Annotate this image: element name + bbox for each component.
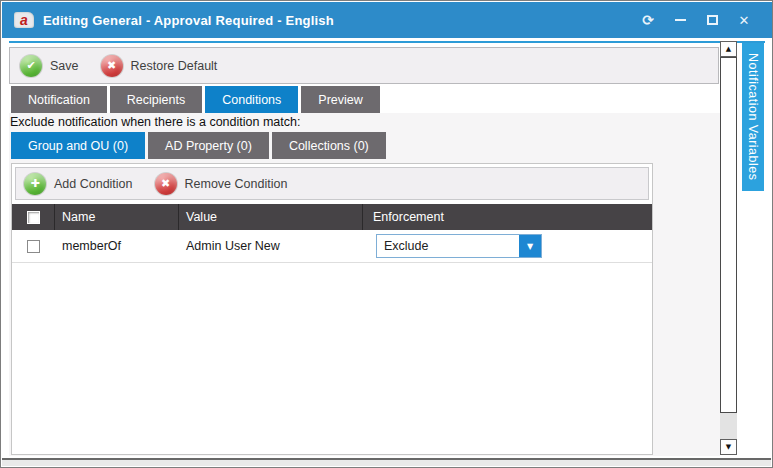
subtab-ad-property[interactable]: AD Property (0) — [148, 132, 269, 159]
exclusion-note: Exclude notification when there is a con… — [10, 115, 300, 129]
window-title: Editing General - Approval Required - En… — [43, 13, 334, 28]
chevron-down-icon[interactable]: ▼ — [519, 235, 541, 257]
remove-condition-button[interactable]: ✖ Remove Condition — [155, 173, 302, 195]
cross-icon: ✖ — [101, 55, 123, 77]
save-label: Save — [50, 59, 79, 73]
column-header-name[interactable]: Name — [55, 204, 179, 230]
close-button[interactable]: ✕ — [732, 8, 756, 32]
condition-subtabs: Group and OU (0) AD Property (0) Collect… — [11, 132, 389, 159]
scroll-up-button[interactable]: ▲ — [720, 41, 737, 57]
notification-variables-label: Notification Variables — [746, 53, 760, 181]
remove-condition-label: Remove Condition — [185, 177, 288, 191]
check-icon: ✔ — [20, 55, 42, 77]
tab-preview[interactable]: Preview — [301, 86, 379, 113]
maximize-button[interactable] — [700, 8, 724, 32]
enforcement-dropdown[interactable]: Exclude ▼ — [376, 234, 542, 258]
row-checkbox-cell — [12, 240, 55, 253]
minimize-button[interactable] — [668, 8, 692, 32]
tab-conditions[interactable]: Conditions — [205, 86, 298, 113]
enforcement-value: Exclude — [377, 239, 519, 253]
tab-notification[interactable]: Notification — [11, 86, 107, 113]
refresh-icon: ⟳ — [642, 12, 654, 28]
subtab-group-and-ou[interactable]: Group and OU (0) — [11, 132, 145, 159]
minimize-icon — [675, 19, 686, 21]
app-letter: a — [20, 13, 28, 27]
titlebar[interactable]: a Editing General - Approval Required - … — [2, 2, 772, 38]
add-condition-label: Add Condition — [54, 177, 133, 191]
subtab-collections[interactable]: Collections (0) — [272, 132, 386, 159]
column-header-enforcement[interactable]: Enforcement — [363, 204, 652, 230]
conditions-panel: ✚ Add Condition ✖ Remove Condition Name … — [11, 163, 653, 455]
condition-toolbar: ✚ Add Condition ✖ Remove Condition — [15, 167, 649, 200]
table-row[interactable]: memberOf Admin User New Exclude ▼ — [12, 230, 652, 263]
refresh-button[interactable]: ⟳ — [636, 8, 660, 32]
main-toolbar: ✔ Save ✖ Restore Default — [9, 47, 719, 84]
scroll-up-icon: ▲ — [726, 45, 731, 53]
maximize-icon — [707, 15, 718, 25]
scroll-down-button[interactable]: ▼ — [720, 439, 737, 455]
window-controls: ⟳ ✕ — [636, 2, 756, 38]
scroll-down-icon: ▼ — [726, 443, 731, 451]
cell-name: memberOf — [55, 239, 179, 253]
main-tabs: Notification Recipients Conditions Previ… — [11, 86, 383, 113]
vertical-scrollbar[interactable]: ▲ ▼ — [720, 41, 737, 455]
plus-icon: ✚ — [24, 173, 46, 195]
restore-default-label: Restore Default — [131, 59, 218, 73]
close-icon: ✕ — [739, 13, 750, 28]
app-icon: a — [14, 12, 34, 28]
accent-line — [9, 41, 765, 43]
dialog-window: a Editing General - Approval Required - … — [0, 0, 773, 468]
scrollbar-thumb[interactable] — [720, 57, 737, 413]
window-resize-border[interactable] — [2, 458, 771, 466]
select-all-cell — [12, 204, 55, 230]
cell-value: Admin User New — [179, 239, 363, 253]
restore-default-button[interactable]: ✖ Restore Default — [101, 55, 232, 77]
select-all-checkbox[interactable] — [27, 211, 40, 224]
add-condition-button[interactable]: ✚ Add Condition — [24, 173, 147, 195]
save-button[interactable]: ✔ Save — [20, 55, 93, 77]
tab-recipients[interactable]: Recipients — [110, 86, 202, 113]
table-header: Name Value Enforcement — [12, 204, 652, 230]
cell-enforcement: Exclude ▼ — [363, 234, 652, 258]
notification-variables-tab[interactable]: Notification Variables — [742, 43, 764, 191]
cross-icon: ✖ — [155, 173, 177, 195]
row-checkbox[interactable] — [27, 240, 40, 253]
column-header-value[interactable]: Value — [179, 204, 363, 230]
